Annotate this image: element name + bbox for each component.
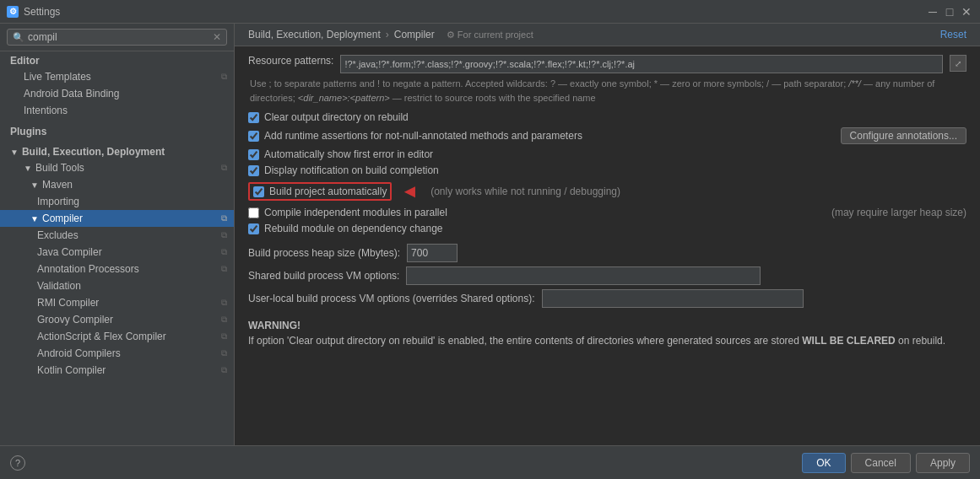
build-automatically-highlighted: Build project automatically <box>248 182 392 201</box>
copy-icon-android: ⧉ <box>221 348 227 358</box>
copy-icon-rmi: ⧉ <box>221 298 227 308</box>
checkbox-rebuild-on-change-label: Rebuild module on dependency change <box>264 223 966 234</box>
checkbox-row-show-error: Automatically show first error in editor <box>248 148 966 160</box>
minimize-button[interactable]: ─ <box>926 5 939 19</box>
reset-link[interactable]: Reset <box>940 29 966 40</box>
expand-resource-button[interactable]: ⤢ <box>950 55 966 72</box>
sidebar-section-plugins: Plugins <box>0 122 234 139</box>
sidebar-item-annotation-processors[interactable]: Annotation Processors ⧉ <box>0 261 234 277</box>
compile-parallel-hint: (may require larger heap size) <box>831 207 966 218</box>
build-section-arrow: ▼ <box>10 148 19 157</box>
build-tools-arrow: ▼ <box>24 164 32 173</box>
heap-size-label: Build process heap size (Mbytes): <box>248 247 400 259</box>
checkbox-rebuild-on-change[interactable] <box>248 223 259 234</box>
sidebar-item-live-templates[interactable]: Live Templates ⧉ <box>0 68 234 85</box>
checkbox-add-assertions[interactable] <box>248 131 259 142</box>
shared-vm-input[interactable] <box>406 266 761 285</box>
sidebar-content: Editor Live Templates ⧉ Android Data Bin… <box>0 51 234 445</box>
cancel-button[interactable]: Cancel <box>851 453 911 473</box>
checkbox-compile-parallel[interactable] <box>248 207 259 218</box>
maximize-button[interactable]: □ <box>943 5 956 19</box>
ok-button[interactable]: OK <box>802 453 845 473</box>
main-container: 🔍 ✕ Editor Live Templates ⧉ Android Data… <box>0 24 980 445</box>
checkbox-row-add-assertions: Add runtime assertions for not-null-anno… <box>248 127 966 144</box>
maven-arrow: ▼ <box>30 180 39 190</box>
java-compiler-label: Java Compiler <box>37 246 102 258</box>
resource-patterns-label: Resource patterns: <box>248 55 333 67</box>
sidebar-item-build-tools[interactable]: ▼ Build Tools ⧉ <box>0 159 234 176</box>
checkbox-show-error[interactable] <box>248 149 259 160</box>
sidebar-item-validation[interactable]: Validation <box>0 277 234 294</box>
sidebar-item-intentions[interactable]: Intentions <box>0 102 234 119</box>
sidebar-item-actionscript[interactable]: ActionScript & Flex Compiler ⧉ <box>0 328 234 345</box>
content-body: Resource patterns: !?*.java;!?*.form;!?*… <box>235 46 980 445</box>
title-bar: ⚙ Settings ─ □ ✕ <box>0 0 980 24</box>
compiler-label: Compiler <box>42 213 83 224</box>
hint-text: Use ; to separate patterns and ! to nega… <box>248 77 966 105</box>
android-compilers-label: Android Compilers <box>37 347 121 359</box>
checkbox-clear-output-label: Clear output directory on rebuild <box>264 111 966 123</box>
checkbox-build-automatically[interactable] <box>253 186 264 197</box>
importing-label: Importing <box>37 196 79 207</box>
sidebar-item-excludes[interactable]: Excludes ⧉ <box>0 227 234 244</box>
live-templates-label: Live Templates <box>24 71 91 83</box>
annotation-processors-label: Annotation Processors <box>37 263 139 275</box>
configure-annotations-button[interactable]: Configure annotations... <box>841 127 966 144</box>
sidebar-item-importing[interactable]: Importing <box>0 193 234 210</box>
content-area: Build, Execution, Deployment › Compiler … <box>235 24 980 445</box>
copy-icon-groovy: ⧉ <box>221 315 227 325</box>
build-automatically-hint: (only works while not running / debuggin… <box>430 186 620 197</box>
warning-bold: WILL BE CLEARED <box>802 335 895 347</box>
checkbox-clear-output[interactable] <box>248 112 259 123</box>
apply-button[interactable]: Apply <box>916 453 970 473</box>
sidebar-item-android-data-binding[interactable]: Android Data Binding <box>0 85 234 102</box>
search-icon: 🔍 <box>13 32 24 43</box>
checkbox-row-build-automatically: Build project automatically ◄ (only work… <box>248 180 966 202</box>
shared-vm-row: Shared build process VM options: <box>248 266 966 285</box>
groovy-compiler-label: Groovy Compiler <box>37 314 113 326</box>
checkbox-display-notification[interactable] <box>248 165 259 176</box>
warning-title: WARNING! <box>248 318 966 333</box>
warning-body: If option 'Clear output directory on reb… <box>248 333 966 348</box>
warning-box: WARNING! If option 'Clear output directo… <box>248 318 966 348</box>
sidebar-item-compiler[interactable]: ▼ Compiler ⧉ <box>0 210 234 227</box>
sidebar-item-rmi-compiler[interactable]: RMI Compiler ⧉ <box>0 294 234 311</box>
validation-label: Validation <box>37 280 81 292</box>
content-header: Build, Execution, Deployment › Compiler … <box>235 24 980 46</box>
copy-icon-excludes: ⧉ <box>221 230 227 240</box>
checkbox-row-compile-parallel: Compile independent modules in parallel … <box>248 207 966 218</box>
close-button[interactable]: ✕ <box>960 5 973 19</box>
sidebar-item-kotlin-compiler[interactable]: Kotlin Compiler ⧉ <box>0 362 234 379</box>
app-icon: ⚙ <box>7 6 19 18</box>
user-local-vm-label: User-local build process VM options (ove… <box>248 293 535 304</box>
checkbox-add-assertions-label: Add runtime assertions for not-null-anno… <box>264 130 836 142</box>
search-input-wrap: 🔍 ✕ <box>7 29 227 46</box>
help-button[interactable]: ? <box>10 455 25 471</box>
sidebar-item-java-compiler[interactable]: Java Compiler ⧉ <box>0 244 234 261</box>
footer: ? OK Cancel Apply <box>0 445 980 479</box>
sidebar-item-maven[interactable]: ▼ Maven <box>0 176 234 193</box>
heap-size-input[interactable] <box>407 244 458 262</box>
search-input[interactable] <box>28 31 213 43</box>
search-clear-icon[interactable]: ✕ <box>213 31 221 43</box>
excludes-label: Excludes <box>37 229 79 241</box>
compiler-arrow: ▼ <box>30 214 39 223</box>
copy-icon-kotlin: ⧉ <box>221 365 227 375</box>
sidebar-item-groovy-compiler[interactable]: Groovy Compiler ⧉ <box>0 311 234 328</box>
checkbox-build-automatically-label: Build project automatically <box>269 186 387 197</box>
user-local-vm-input[interactable] <box>542 289 804 308</box>
breadcrumb-separator: › <box>386 29 389 40</box>
build-tools-label: Build Tools <box>35 162 84 174</box>
intentions-label: Intentions <box>24 105 68 116</box>
breadcrumb-path: Build, Execution, Deployment <box>248 29 381 40</box>
sidebar-item-android-compilers[interactable]: Android Compilers ⧉ <box>0 345 234 362</box>
resource-patterns-input[interactable]: !?*.java;!?*.form;!?*.class;!?*.groovy;!… <box>340 55 943 73</box>
footer-right: OK Cancel Apply <box>802 453 970 473</box>
sidebar: 🔍 ✕ Editor Live Templates ⧉ Android Data… <box>0 24 235 445</box>
arrow-indicator-icon: ◄ <box>400 180 419 202</box>
search-bar: 🔍 ✕ <box>0 24 234 51</box>
resource-patterns-row: Resource patterns: !?*.java;!?*.form;!?*… <box>248 55 966 73</box>
checkbox-display-notification-label: Display notification on build completion <box>264 164 966 176</box>
footer-left: ? <box>10 455 25 471</box>
checkbox-row-display-notification: Display notification on build completion <box>248 164 966 176</box>
